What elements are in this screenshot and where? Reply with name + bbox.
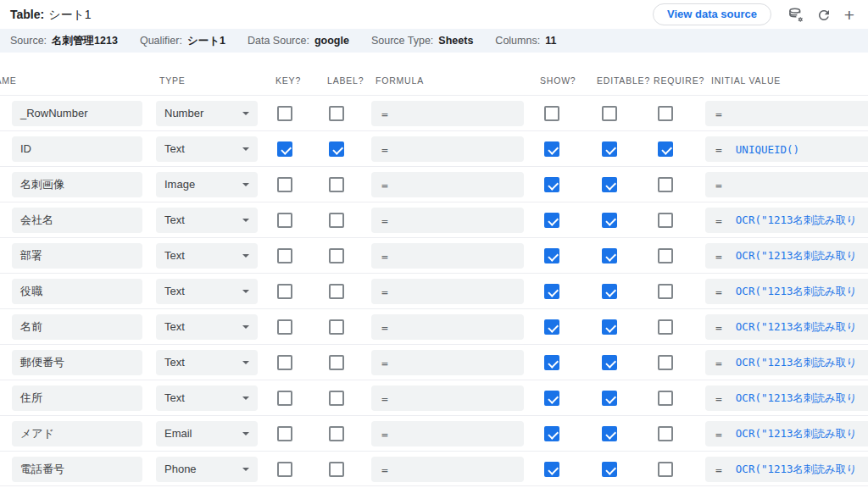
formula-input[interactable]: = (371, 457, 524, 482)
require-checkbox[interactable] (658, 319, 673, 335)
column-name-input[interactable]: メアド (12, 421, 142, 446)
label-checkbox[interactable] (329, 177, 344, 192)
require-checkbox[interactable] (658, 248, 673, 263)
column-name-input[interactable]: 住所 (12, 385, 142, 411)
initial-value-input[interactable]: = OCR("1213名刺読み取り (705, 457, 868, 482)
column-type-dropdown[interactable]: Text (156, 243, 258, 269)
key-checkbox[interactable] (277, 106, 292, 121)
key-checkbox[interactable] (277, 141, 292, 157)
key-checkbox[interactable] (277, 355, 292, 370)
column-name-input[interactable]: 会社名 (12, 208, 142, 233)
column-name-input[interactable]: 役職 (12, 279, 142, 304)
column-name-input[interactable]: 郵便番号 (12, 350, 142, 375)
formula-input[interactable]: = (371, 421, 524, 446)
initial-value-input[interactable]: = OCR("1213名刺読み取り (705, 279, 868, 304)
column-type-dropdown[interactable]: Text (156, 385, 258, 411)
show-checkbox[interactable] (544, 106, 559, 121)
key-checkbox[interactable] (277, 248, 292, 263)
require-checkbox[interactable] (658, 355, 673, 370)
key-checkbox[interactable] (277, 284, 292, 299)
label-checkbox[interactable] (329, 213, 344, 228)
editable-checkbox[interactable] (602, 426, 617, 441)
initial-value-input[interactable]: = (705, 101, 868, 126)
column-type-dropdown[interactable]: Phone (156, 457, 258, 482)
require-checkbox[interactable] (658, 106, 673, 121)
formula-input[interactable]: = (371, 385, 524, 411)
editable-checkbox[interactable] (602, 319, 617, 335)
show-checkbox[interactable] (544, 319, 559, 335)
editable-checkbox[interactable] (602, 248, 617, 263)
column-type-dropdown[interactable]: Text (156, 208, 258, 233)
formula-input[interactable]: = (371, 136, 524, 162)
require-checkbox[interactable] (658, 213, 673, 228)
label-checkbox[interactable] (329, 391, 344, 406)
require-checkbox[interactable] (658, 284, 673, 299)
show-checkbox[interactable] (544, 141, 559, 157)
column-name-input[interactable]: 電話番号 (12, 457, 142, 482)
column-type-dropdown[interactable]: Email (156, 421, 258, 446)
column-name-input[interactable]: ID (12, 136, 142, 162)
column-name-input[interactable]: 部署 (12, 243, 142, 269)
show-checkbox[interactable] (544, 355, 559, 370)
initial-value-input[interactable]: = UNIQUEID() (705, 136, 868, 162)
formula-input[interactable]: = (371, 279, 524, 304)
initial-value-input[interactable]: = OCR("1213名刺読み取り (705, 421, 868, 446)
initial-value-input[interactable]: = OCR("1213名刺読み取り (705, 243, 868, 269)
editable-checkbox[interactable] (602, 355, 617, 370)
editable-checkbox[interactable] (602, 391, 617, 406)
column-name-input[interactable]: _RowNumber (12, 101, 142, 126)
database-settings-icon[interactable] (787, 6, 805, 25)
column-type-dropdown[interactable]: Text (156, 136, 258, 162)
key-checkbox[interactable] (277, 177, 292, 192)
key-checkbox[interactable] (277, 391, 292, 406)
column-name-input[interactable]: 名刺画像 (12, 172, 142, 197)
show-checkbox[interactable] (544, 284, 559, 299)
require-checkbox[interactable] (658, 177, 673, 192)
formula-input[interactable]: = (371, 314, 524, 340)
refresh-icon[interactable] (815, 6, 833, 25)
require-checkbox[interactable] (658, 426, 673, 441)
show-checkbox[interactable] (544, 248, 559, 263)
key-checkbox[interactable] (277, 319, 292, 335)
editable-checkbox[interactable] (602, 106, 617, 121)
formula-input[interactable]: = (371, 101, 524, 126)
column-type-dropdown[interactable]: Text (156, 314, 258, 340)
label-checkbox[interactable] (329, 141, 344, 157)
column-type-dropdown[interactable]: Text (156, 350, 258, 375)
column-type-dropdown[interactable]: Number (156, 101, 258, 126)
label-checkbox[interactable] (329, 106, 344, 121)
show-checkbox[interactable] (544, 391, 559, 406)
formula-input[interactable]: = (371, 208, 524, 233)
require-checkbox[interactable] (658, 462, 673, 477)
view-data-source-button[interactable]: View data source (653, 3, 771, 25)
require-checkbox[interactable] (658, 391, 673, 406)
label-checkbox[interactable] (329, 248, 344, 263)
label-checkbox[interactable] (329, 355, 344, 370)
key-checkbox[interactable] (277, 462, 292, 477)
formula-input[interactable]: = (371, 243, 524, 269)
label-checkbox[interactable] (329, 462, 344, 477)
formula-input[interactable]: = (371, 350, 524, 375)
show-checkbox[interactable] (544, 426, 559, 441)
editable-checkbox[interactable] (602, 177, 617, 192)
column-type-dropdown[interactable]: Text (156, 279, 258, 304)
label-checkbox[interactable] (329, 319, 344, 335)
formula-input[interactable]: = (371, 172, 524, 197)
column-type-dropdown[interactable]: Image (156, 172, 258, 197)
initial-value-input[interactable]: = OCR("1213名刺読み取り (705, 314, 868, 340)
show-checkbox[interactable] (544, 213, 559, 228)
initial-value-input[interactable]: = OCR("1213名刺読み取り (705, 208, 868, 233)
column-name-input[interactable]: 名前 (12, 314, 142, 340)
editable-checkbox[interactable] (602, 213, 617, 228)
show-checkbox[interactable] (544, 177, 559, 192)
show-checkbox[interactable] (544, 462, 559, 477)
label-checkbox[interactable] (329, 426, 344, 441)
key-checkbox[interactable] (277, 426, 292, 441)
editable-checkbox[interactable] (602, 462, 617, 477)
require-checkbox[interactable] (658, 141, 673, 157)
add-column-icon[interactable]: + (840, 6, 859, 25)
key-checkbox[interactable] (277, 213, 292, 228)
label-checkbox[interactable] (329, 284, 344, 299)
editable-checkbox[interactable] (602, 141, 617, 157)
initial-value-input[interactable]: = (705, 172, 868, 197)
